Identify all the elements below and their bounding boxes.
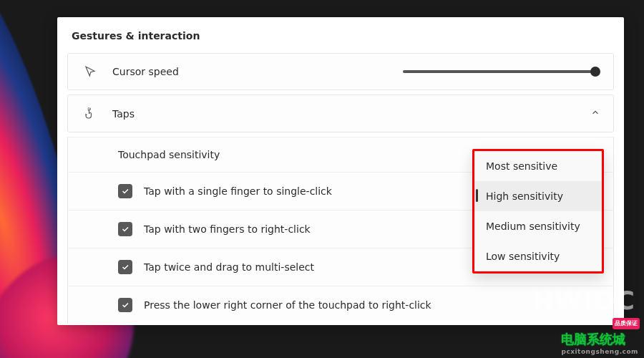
section-title: Gestures & interaction xyxy=(57,17,624,53)
dropdown-item-medium-sensitivity[interactable]: Medium sensitivity xyxy=(474,211,602,241)
tap-option-label: Tap with two fingers to right-click xyxy=(144,223,311,235)
checkbox-checked[interactable] xyxy=(118,222,132,236)
dropdown-item-high-sensitivity[interactable]: High sensitivity xyxy=(474,181,602,211)
ribbon-text: 品质保证 xyxy=(613,318,640,329)
taps-label: Taps xyxy=(112,108,582,120)
taps-row[interactable]: Taps xyxy=(67,95,614,132)
tap-option-label: Tap with a single finger to single-click xyxy=(144,185,332,197)
dropdown-item-most-sensitive[interactable]: Most sensitive xyxy=(474,151,602,181)
slider-thumb[interactable] xyxy=(590,67,600,77)
tap-option-label: Tap twice and drag to multi-select xyxy=(144,261,314,273)
checkbox-checked[interactable] xyxy=(118,184,132,198)
cursor-speed-label: Cursor speed xyxy=(112,66,403,77)
badge-sub: pcxitongsheng.com xyxy=(561,348,638,355)
sensitivity-dropdown: Most sensitive High sensitivity Medium s… xyxy=(472,149,604,274)
checkbox-checked[interactable] xyxy=(118,298,132,312)
checkbox-checked[interactable] xyxy=(118,260,132,274)
cursor-speed-slider[interactable] xyxy=(403,70,596,73)
tap-icon xyxy=(81,107,99,120)
settings-panel: Gestures & interaction Cursor speed Taps… xyxy=(57,17,624,325)
touchpad-sensitivity-label: Touchpad sensitivity xyxy=(118,149,220,160)
tap-option-label: Press the lower right corner of the touc… xyxy=(144,299,431,311)
cursor-speed-row: Cursor speed xyxy=(67,53,614,90)
chevron-up-icon xyxy=(590,107,600,120)
corner-badge: 品质保证 电脑系统城 pcxitongsheng.com xyxy=(561,331,638,355)
cursor-icon xyxy=(81,65,99,78)
dropdown-item-low-sensitivity[interactable]: Low sensitivity xyxy=(474,241,602,271)
watermark-text: HWIDC xyxy=(532,286,635,315)
badge-main: 电脑系统城 xyxy=(561,332,625,347)
